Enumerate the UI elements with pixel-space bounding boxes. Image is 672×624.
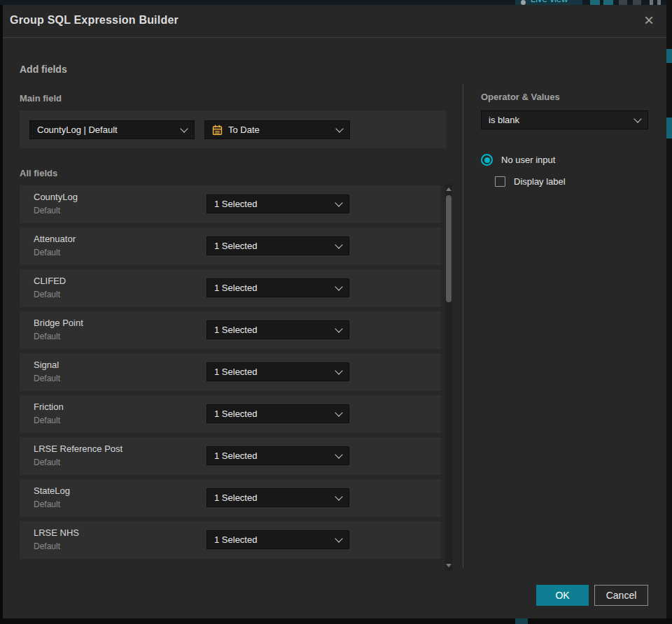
checkbox-unchecked-icon[interactable] [495, 176, 505, 187]
chevron-down-icon [335, 241, 342, 248]
no-user-input-radio-row[interactable]: No user input [481, 154, 555, 166]
field-row: Friction Default 1 Selected [20, 395, 441, 433]
main-field-dropdown[interactable]: CountyLog | Default [29, 120, 195, 139]
field-selected-dropdown[interactable]: 1 Selected [206, 530, 349, 549]
display-label-checkbox-row[interactable]: Display label [495, 176, 566, 187]
cancel-button[interactable]: Cancel [594, 585, 648, 606]
panel-divider [463, 84, 463, 568]
field-row: Signal Default 1 Selected [20, 353, 441, 391]
chevron-down-icon [335, 409, 342, 416]
chevron-down-icon [634, 115, 641, 122]
field-name: CLIFED [34, 276, 66, 286]
field-selected-value: 1 Selected [214, 451, 330, 461]
main-field-type-dropdown[interactable]: To Date [204, 120, 350, 139]
live-view-chip: Live view [515, 0, 582, 5]
field-subtitle: Default [34, 499, 60, 509]
operator-dropdown-value: is blank [489, 115, 629, 125]
field-name: Attenuator [34, 234, 76, 244]
all-fields-label: All fields [20, 168, 57, 178]
field-subtitle: Default [34, 541, 60, 551]
all-fields-list: CountyLog Default 1 Selected Attenuator … [20, 185, 441, 563]
background-button-fragment [666, 49, 672, 63]
field-name: Friction [34, 402, 64, 412]
field-row: Attenuator Default 1 Selected [20, 227, 441, 265]
background-app-bottom-strip [0, 618, 672, 624]
background-app-right-strip [666, 0, 672, 624]
field-selected-value: 1 Selected [214, 241, 330, 251]
field-name: CountyLog [34, 192, 78, 202]
background-app-top-strip: Live view [0, 0, 672, 5]
main-field-type-value: To Date [228, 125, 331, 135]
field-selected-value: 1 Selected [214, 534, 330, 545]
chevron-down-icon [335, 125, 343, 132]
field-subtitle: Default [34, 332, 60, 341]
field-subtitle: Default [34, 416, 60, 425]
add-fields-heading: Add fields [20, 64, 67, 75]
field-selected-dropdown[interactable]: 1 Selected [206, 236, 349, 255]
scrollbar-thumb[interactable] [446, 195, 451, 302]
chevron-down-icon [335, 283, 342, 290]
background-toolbar-fragment [650, 0, 653, 5]
field-row: LRSE Reference Post Default 1 Selected [20, 437, 441, 475]
field-selected-value: 1 Selected [214, 409, 330, 419]
background-toolbar-fragment [657, 0, 661, 5]
scroll-up-arrow-icon[interactable] [446, 187, 451, 191]
fields-scrollbar[interactable] [445, 184, 452, 571]
chevron-down-icon [335, 367, 342, 374]
ok-button[interactable]: OK [536, 585, 589, 606]
screen: Live view Group SQL Expression Builder ×… [0, 0, 672, 624]
background-toolbar-fragment [633, 0, 641, 5]
field-selected-dropdown[interactable]: 1 Selected [206, 404, 349, 423]
field-subtitle: Default [34, 374, 60, 383]
live-dot-icon [521, 0, 526, 5]
background-button-fragment [515, 618, 528, 624]
field-row: CLIFED Default 1 Selected [20, 269, 441, 307]
field-subtitle: Default [34, 206, 60, 215]
field-row: LRSE NHS Default 1 Selected [20, 521, 441, 559]
background-toolbar-fragment [590, 0, 600, 5]
live-view-label: Live view [531, 0, 568, 4]
field-selected-value: 1 Selected [214, 199, 330, 209]
field-selected-value: 1 Selected [214, 492, 330, 503]
field-name: Bridge Point [34, 318, 83, 328]
field-selected-value: 1 Selected [214, 367, 330, 377]
background-button-fragment [666, 118, 672, 139]
calendar-icon [212, 125, 223, 136]
no-user-input-label: No user input [501, 155, 555, 165]
background-toolbar-fragment [603, 0, 613, 5]
main-field-dropdown-value: CountyLog | Default [37, 125, 176, 135]
chevron-down-icon [180, 125, 188, 132]
field-row: Bridge Point Default 1 Selected [20, 311, 441, 349]
radio-selected-icon[interactable] [481, 154, 493, 166]
close-icon[interactable]: × [640, 10, 658, 30]
field-selected-value: 1 Selected [214, 325, 330, 335]
display-label-label: Display label [514, 176, 566, 187]
main-field-label: Main field [20, 93, 62, 104]
background-toolbar-fragment [619, 0, 627, 5]
group-sql-expression-builder-dialog: Group SQL Expression Builder × Add field… [3, 5, 666, 618]
field-selected-value: 1 Selected [214, 283, 330, 293]
field-row: CountyLog Default 1 Selected [20, 185, 441, 223]
field-selected-dropdown[interactable]: 1 Selected [206, 278, 349, 297]
field-subtitle: Default [34, 248, 60, 257]
main-field-panel: CountyLog | Default To Date [20, 111, 446, 148]
operator-dropdown[interactable]: is blank [481, 111, 648, 129]
field-subtitle: Default [34, 458, 60, 467]
field-selected-dropdown[interactable]: 1 Selected [206, 362, 349, 381]
chevron-down-icon [335, 451, 342, 458]
dialog-title: Group SQL Expression Builder [10, 14, 178, 27]
field-selected-dropdown[interactable]: 1 Selected [206, 320, 349, 339]
scroll-down-arrow-icon[interactable] [446, 564, 451, 567]
field-selected-dropdown[interactable]: 1 Selected [206, 488, 349, 507]
field-name: StateLog [34, 485, 70, 496]
title-divider [3, 37, 666, 38]
field-selected-dropdown[interactable]: 1 Selected [206, 446, 349, 465]
chevron-down-icon [335, 534, 342, 542]
field-row: StateLog Default 1 Selected [20, 479, 441, 517]
field-selected-dropdown[interactable]: 1 Selected [206, 194, 349, 213]
field-subtitle: Default [34, 290, 60, 299]
field-name: Signal [34, 360, 59, 370]
operator-values-heading: Operator & Values [481, 92, 560, 102]
field-name: LRSE NHS [34, 527, 79, 538]
dialog-title-bar: Group SQL Expression Builder × [3, 5, 666, 37]
